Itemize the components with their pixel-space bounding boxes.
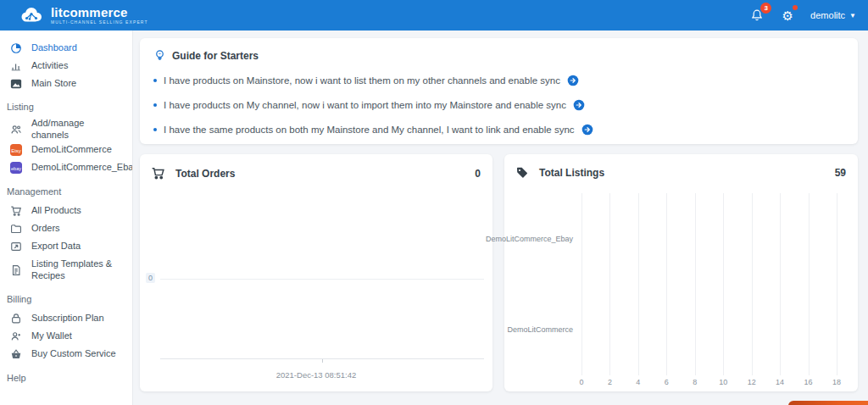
notifications-bell-button[interactable]: 3	[749, 8, 765, 23]
orders-total-value: 0	[475, 168, 481, 180]
sidebar-item-activities[interactable]: Activities	[0, 57, 132, 75]
brand-tagline: MULTI-CHANNEL SELLING EXPERT	[51, 20, 148, 25]
gridline	[809, 193, 810, 375]
arrow-right-circle-icon[interactable]	[581, 124, 593, 136]
listings-card-title: Total Listings	[539, 167, 604, 179]
main-content: Guide for Starters I have products on Ma…	[133, 31, 868, 405]
sidebar-item-label: All Products	[31, 205, 81, 217]
guide-link-list-products[interactable]: I have products on Mainstore, now i want…	[164, 75, 560, 86]
gear-icon: ⚙	[782, 9, 793, 22]
sidebar-section-listing: Listing	[0, 92, 132, 118]
cart-icon	[9, 205, 22, 218]
guide-link-link-products[interactable]: I have the same products on both my Main…	[164, 125, 575, 135]
guide-for-starters-card: Guide for Starters I have products on Ma…	[140, 38, 858, 144]
listings-chart-plot	[581, 193, 837, 375]
gridline	[695, 193, 696, 375]
sidebar-item-add-manage-channels[interactable]: Add/manage channels	[0, 118, 132, 141]
sidebar-section-management: Management	[0, 177, 132, 202]
orders-chart: 0	[160, 191, 484, 359]
listings-chart-xticks: 024681012141618	[581, 378, 837, 388]
sidebar-item-orders[interactable]: Orders	[0, 220, 132, 238]
arrow-right-circle-icon[interactable]	[573, 99, 585, 111]
dashboard-icon	[9, 42, 22, 54]
sidebar-item-subscription-plan[interactable]: Subscription Plan	[0, 310, 132, 328]
gridline	[780, 193, 781, 375]
listings-chart-ycats: DemoLitCommerce_EbayDemoLitCommerce	[504, 193, 576, 375]
x-tick-label: 18	[832, 378, 841, 386]
sidebar-item-label: Subscription Plan	[31, 313, 104, 325]
activities-icon	[9, 59, 22, 72]
gridline	[638, 193, 639, 375]
arrow-right-circle-icon[interactable]	[567, 75, 579, 86]
x-tick-label: 12	[748, 378, 756, 386]
x-tick-label: 14	[776, 378, 784, 386]
username-label: demolitc	[810, 10, 845, 20]
sidebar-item-label: Export Data	[31, 241, 81, 252]
sidebar-item-label: Buy Custom Service	[31, 348, 116, 360]
sidebar-item-channel-ebay[interactable]: ebay DemoLitCommerce_Ebay	[0, 159, 132, 177]
settings-gear-button[interactable]: ⚙	[780, 8, 795, 23]
sidebar-item-main-store[interactable]: Main Store	[0, 75, 132, 92]
sidebar-item-label: Dashboard	[31, 42, 77, 54]
axis-tick	[322, 359, 323, 363]
total-listings-card: Total Listings 59 DemoLitCommerce_EbayDe…	[504, 154, 858, 391]
litcommerce-logo[interactable]: litcommerce MULTI-CHANNEL SELLING EXPERT	[19, 6, 148, 25]
x-tick-label: 2	[608, 378, 612, 386]
svg-text:ebay: ebay	[11, 166, 21, 171]
x-tick-label: 16	[804, 378, 813, 386]
guide-link-import-products[interactable]: I have products on My channel, now i wan…	[164, 100, 566, 110]
y-category-label: DemoLitCommerce_Ebay	[486, 235, 573, 243]
bullet-dot	[153, 103, 157, 107]
sidebar-item-buy-custom-service[interactable]: Buy Custom Service	[0, 346, 132, 363]
gridline	[666, 193, 667, 375]
user-account-menu[interactable]: demolitc ▼	[810, 10, 856, 20]
people-icon	[9, 123, 22, 136]
gridline	[609, 193, 610, 375]
x-tick-label: 0	[579, 378, 583, 386]
cloud-logo-icon	[19, 6, 44, 25]
sidebar-item-listing-templates[interactable]: Listing Templates & Recipes	[0, 256, 132, 285]
svg-text:Etsy: Etsy	[11, 148, 21, 153]
x-tick-label: 4	[636, 378, 640, 386]
person-plus-icon	[9, 330, 22, 343]
sidebar-item-all-products[interactable]: All Products	[0, 202, 132, 220]
listings-total-value: 59	[835, 167, 846, 179]
chevron-down-icon: ▼	[849, 12, 856, 19]
export-icon	[9, 241, 22, 253]
x-tick-label: 10	[719, 378, 727, 386]
total-orders-card: Total Orders 0 0 2021-Dec-13 08:51:42	[140, 154, 492, 391]
sidebar-item-export-data[interactable]: Export Data	[0, 238, 132, 256]
sidebar-item-channel-etsy[interactable]: Etsy DemoLitCommerce	[0, 141, 132, 159]
bullet-dot	[153, 128, 157, 131]
sidebar-item-label: My Wallet	[31, 330, 72, 342]
sidebar-item-label: DemoLitCommerce	[31, 144, 112, 156]
sidebar-section-billing: Billing	[0, 285, 132, 310]
cta-button-clipped[interactable]	[788, 401, 868, 405]
sidebar-item-dashboard[interactable]: Dashboard	[0, 39, 132, 57]
ebay-channel-icon: ebay	[9, 162, 22, 175]
gridline	[581, 193, 582, 375]
left-sidebar: Dashboard Activities Main Store Listing	[0, 31, 133, 405]
basket-icon	[9, 348, 22, 361]
guide-title: Guide for Starters	[172, 50, 259, 62]
sidebar-item-my-wallet[interactable]: My Wallet	[0, 328, 132, 346]
gridline	[752, 193, 753, 375]
etsy-channel-icon: Etsy	[9, 144, 22, 157]
tag-icon	[515, 166, 529, 180]
cart-icon	[151, 166, 165, 180]
litcommerce-dashboard-page: litcommerce MULTI-CHANNEL SELLING EXPERT…	[0, 0, 868, 405]
document-icon	[9, 264, 22, 276]
sidebar-item-label: Listing Templates & Recipes	[31, 258, 120, 282]
sidebar-item-label: Main Store	[31, 78, 76, 90]
notification-count-badge: 3	[760, 3, 771, 14]
main-store-icon	[9, 77, 22, 90]
x-tick-label: 6	[665, 378, 669, 386]
y-category-label: DemoLitCommerce	[507, 325, 573, 334]
sidebar-item-label: Orders	[31, 223, 60, 235]
x-tick-label: 8	[693, 378, 697, 386]
gridline	[723, 193, 724, 375]
lock-icon	[9, 313, 22, 325]
sidebar-section-help: Help	[0, 363, 132, 389]
y-tick-label: 0	[146, 273, 155, 283]
orders-card-title: Total Orders	[175, 168, 235, 180]
